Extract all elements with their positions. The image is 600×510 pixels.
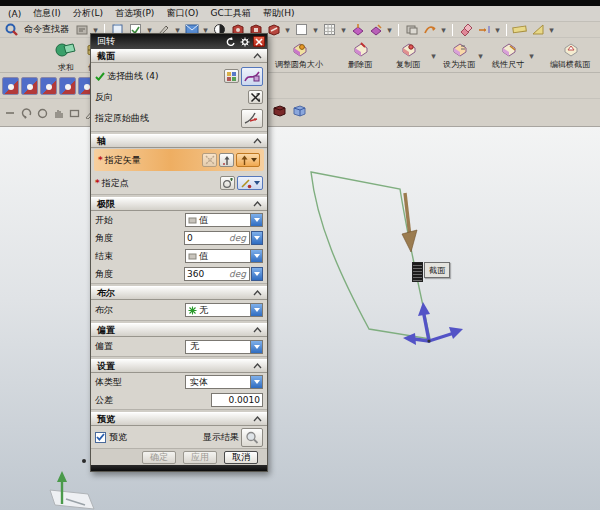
end-type-dropdown[interactable]: 值: [185, 249, 263, 263]
vector-clear-icon[interactable]: [202, 153, 217, 167]
point-type-dropdown[interactable]: [237, 176, 263, 190]
menu-item-window[interactable]: 窗口(O): [160, 5, 204, 22]
collapse-chevron-icon[interactable]: [250, 199, 264, 210]
dialog-titlebar[interactable]: 回转: [91, 34, 267, 49]
gc-tool-icon-2[interactable]: [21, 77, 38, 95]
gear-icon[interactable]: [239, 36, 251, 47]
reset-icon[interactable]: [225, 36, 237, 47]
specify-origin-curve-row[interactable]: 指定原始曲线: [91, 105, 267, 131]
copy-face-tool[interactable]: 复制面: [381, 41, 435, 70]
sweep-arrow-icon[interactable]: [422, 22, 437, 37]
menu-item-analysis[interactable]: 分析(L): [67, 5, 109, 22]
specify-vector-row[interactable]: * 指定矢量: [94, 149, 264, 171]
collapse-chevron-icon[interactable]: [250, 325, 264, 336]
collapse-chevron-icon[interactable]: [250, 136, 264, 147]
dropdown-caret-icon[interactable]: ▾: [548, 22, 555, 37]
group-limits-header[interactable]: 极限: [91, 197, 267, 211]
dropdown-arrow-icon[interactable]: [250, 214, 262, 226]
collapse-chevron-icon[interactable]: [250, 414, 264, 425]
move-face-icon[interactable]: [350, 22, 365, 37]
vector-type-dropdown[interactable]: [236, 153, 260, 167]
cube-stack-icon[interactable]: [404, 22, 419, 37]
end-angle-input[interactable]: 360 deg: [184, 267, 250, 281]
show-result-magnifier-icon[interactable]: [241, 428, 263, 447]
apply-button[interactable]: 应用: [183, 451, 217, 464]
cancel-button[interactable]: 取消: [224, 451, 258, 464]
dropdown-caret-icon[interactable]: ▾: [284, 22, 291, 37]
dropdown-caret-icon[interactable]: ▾: [312, 22, 319, 37]
dropdown-arrow-icon[interactable]: [250, 341, 262, 353]
dropdown-arrow-icon[interactable]: [250, 250, 262, 262]
glass-cube-icon[interactable]: [292, 103, 307, 118]
start-type-dropdown[interactable]: 值: [185, 213, 263, 227]
group-boolean-header[interactable]: 布尔: [91, 286, 267, 300]
minus-icon[interactable]: [4, 107, 16, 119]
dropdown-caret-icon[interactable]: ▾: [386, 22, 393, 37]
group-offset-header[interactable]: 偏置: [91, 323, 267, 337]
boolean-dropdown[interactable]: 无: [185, 303, 263, 317]
angle-options-button[interactable]: [251, 267, 263, 281]
dropdown-caret-icon[interactable]: ▾: [440, 22, 447, 37]
group-settings-header[interactable]: 设置: [91, 359, 267, 373]
dual-arrow-icon[interactable]: [476, 22, 491, 37]
preview-checkbox[interactable]: [95, 432, 106, 443]
select-curve-icon[interactable]: [241, 67, 263, 86]
empty-box-icon[interactable]: [294, 22, 309, 37]
linear-dimension-tool[interactable]: 线性尺寸: [481, 41, 535, 70]
ok-button[interactable]: 确定: [142, 451, 176, 464]
menu-item-assembly[interactable]: (A): [2, 7, 27, 21]
resize-blend-tool[interactable]: 调整圆角大小: [272, 41, 326, 70]
history-palette-icon[interactable]: [74, 22, 89, 37]
red-solid-icon-3[interactable]: [266, 22, 281, 37]
dark-solid-cube-icon[interactable]: [272, 103, 287, 118]
menu-item-gc-toolbox[interactable]: GC工具箱: [204, 5, 256, 22]
section-drag-handle-icon[interactable]: [412, 262, 423, 282]
delete-face-tool[interactable]: 删除面: [333, 41, 387, 70]
offset-dropdown[interactable]: 无: [185, 340, 263, 354]
ruler-icon[interactable]: [512, 22, 527, 37]
offset-face-pair-icon[interactable]: [458, 22, 473, 37]
undo-icon[interactable]: [20, 107, 32, 119]
pan-hand-icon[interactable]: [52, 107, 64, 119]
grid-face-icon[interactable]: [322, 22, 337, 37]
dropdown-arrow-icon[interactable]: [250, 304, 262, 316]
collapse-chevron-icon[interactable]: [250, 361, 264, 372]
gc-tool-icon-1[interactable]: [2, 77, 19, 95]
command-finder-icon[interactable]: [4, 22, 19, 37]
menu-item-information[interactable]: 信息(I): [27, 5, 67, 22]
dropdown-arrow-icon[interactable]: [250, 376, 262, 388]
tolerance-input[interactable]: 0.0010: [211, 393, 263, 407]
close-icon[interactable]: [253, 36, 265, 47]
dropdown-caret-icon[interactable]: ▾: [528, 48, 535, 63]
select-curve-row[interactable]: 选择曲线 (4): [91, 63, 267, 89]
dropdown-caret-icon[interactable]: ▾: [340, 22, 347, 37]
menu-item-help[interactable]: 帮助(H): [257, 5, 301, 22]
set-square-icon[interactable]: [530, 22, 545, 37]
gc-tool-icon-4[interactable]: [59, 77, 76, 95]
circle-tool-icon[interactable]: [36, 107, 48, 119]
angle-options-button[interactable]: [251, 231, 263, 245]
command-finder-label[interactable]: 命令查找器: [22, 23, 71, 36]
gc-tool-icon-3[interactable]: [40, 77, 57, 95]
reverse-direction-icon[interactable]: [248, 90, 263, 104]
start-angle-input[interactable]: 0 deg: [184, 231, 250, 245]
curve-rule-icon[interactable]: [224, 69, 239, 83]
reverse-direction-row[interactable]: 反向: [91, 89, 267, 105]
group-preview-header[interactable]: 预览: [91, 412, 267, 426]
origin-curve-icon[interactable]: [241, 109, 263, 128]
group-section-header[interactable]: 截面: [91, 49, 267, 63]
pull-face-icon[interactable]: [368, 22, 383, 37]
boolean-value: 无: [198, 304, 250, 317]
collapse-chevron-icon[interactable]: [250, 51, 264, 62]
menu-item-preferences[interactable]: 首选项(P): [109, 5, 160, 22]
body-type-dropdown[interactable]: 实体: [185, 375, 263, 389]
vector-dialog-icon[interactable]: [219, 153, 234, 167]
group-axis-header[interactable]: 轴: [91, 134, 267, 148]
section-drag-tag[interactable]: 截面: [412, 262, 450, 282]
specify-point-row[interactable]: * 指定点: [91, 172, 267, 194]
point-dialog-icon[interactable]: [220, 176, 235, 190]
dropdown-caret-icon[interactable]: ▾: [494, 22, 501, 37]
rect-tool-icon[interactable]: [68, 107, 80, 119]
edit-cross-section-tool[interactable]: 编辑横截面: [543, 41, 597, 70]
collapse-chevron-icon[interactable]: [250, 288, 264, 299]
